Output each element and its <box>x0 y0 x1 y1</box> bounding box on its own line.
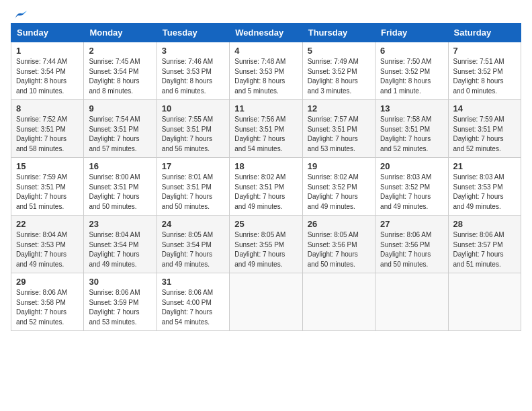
day-info: Sunrise: 7:51 AM Sunset: 3:52 PM Dayligh… <box>453 57 516 96</box>
day-number: 21 <box>453 161 516 171</box>
calendar-cell: 21Sunrise: 8:03 AM Sunset: 3:53 PM Dayli… <box>448 158 521 216</box>
week-row-3: 15Sunrise: 7:59 AM Sunset: 3:51 PM Dayli… <box>11 158 521 216</box>
day-number: 22 <box>16 219 79 229</box>
day-number: 11 <box>234 103 297 113</box>
day-number: 18 <box>234 161 297 171</box>
day-info: Sunrise: 7:46 AM Sunset: 3:53 PM Dayligh… <box>162 57 224 96</box>
calendar-cell: 15Sunrise: 7:59 AM Sunset: 3:51 PM Dayli… <box>11 158 84 216</box>
column-header-tuesday: Tuesday <box>157 24 229 42</box>
day-number: 5 <box>308 46 370 56</box>
day-info: Sunrise: 7:44 AM Sunset: 3:54 PM Dayligh… <box>16 57 79 96</box>
day-info: Sunrise: 8:01 AM Sunset: 3:51 PM Dayligh… <box>162 173 224 212</box>
day-info: Sunrise: 8:03 AM Sunset: 3:53 PM Dayligh… <box>453 173 516 212</box>
logo <box>11 11 27 19</box>
day-info: Sunrise: 7:57 AM Sunset: 3:51 PM Dayligh… <box>308 115 370 154</box>
day-info: Sunrise: 7:45 AM Sunset: 3:54 PM Dayligh… <box>89 57 151 96</box>
calendar-cell: 4Sunrise: 7:48 AM Sunset: 3:53 PM Daylig… <box>230 42 302 100</box>
calendar-cell: 14Sunrise: 7:59 AM Sunset: 3:51 PM Dayli… <box>448 100 521 158</box>
calendar-cell: 18Sunrise: 8:02 AM Sunset: 3:51 PM Dayli… <box>230 158 302 216</box>
logo-bird-icon <box>12 11 27 21</box>
day-info: Sunrise: 7:54 AM Sunset: 3:51 PM Dayligh… <box>89 115 151 154</box>
calendar-cell: 11Sunrise: 7:56 AM Sunset: 3:51 PM Dayli… <box>230 100 302 158</box>
day-number: 10 <box>162 103 224 113</box>
calendar-cell: 8Sunrise: 7:52 AM Sunset: 3:51 PM Daylig… <box>11 100 84 158</box>
day-number: 13 <box>380 103 443 113</box>
column-header-sunday: Sunday <box>11 24 84 42</box>
day-number: 30 <box>89 277 151 287</box>
calendar-cell: 24Sunrise: 8:05 AM Sunset: 3:54 PM Dayli… <box>157 216 229 273</box>
day-number: 12 <box>308 103 370 113</box>
column-header-friday: Friday <box>375 24 448 42</box>
calendar-cell: 29Sunrise: 8:06 AM Sunset: 3:58 PM Dayli… <box>11 273 84 331</box>
day-info: Sunrise: 7:50 AM Sunset: 3:52 PM Dayligh… <box>380 57 443 96</box>
column-header-saturday: Saturday <box>448 24 521 42</box>
day-number: 14 <box>453 103 516 113</box>
day-info: Sunrise: 8:06 AM Sunset: 3:56 PM Dayligh… <box>380 230 443 269</box>
day-info: Sunrise: 8:02 AM Sunset: 3:52 PM Dayligh… <box>308 173 370 212</box>
calendar-cell: 3Sunrise: 7:46 AM Sunset: 3:53 PM Daylig… <box>157 42 229 100</box>
calendar-cell <box>230 273 302 331</box>
day-number: 1 <box>16 46 79 56</box>
calendar-table: SundayMondayTuesdayWednesdayThursdayFrid… <box>11 23 521 331</box>
calendar-cell: 22Sunrise: 8:04 AM Sunset: 3:53 PM Dayli… <box>11 216 84 273</box>
day-number: 27 <box>380 219 443 229</box>
day-info: Sunrise: 7:48 AM Sunset: 3:53 PM Dayligh… <box>234 57 297 96</box>
day-number: 25 <box>234 219 297 229</box>
calendar-cell <box>448 273 521 331</box>
calendar-cell: 31Sunrise: 8:06 AM Sunset: 4:00 PM Dayli… <box>157 273 229 331</box>
day-info: Sunrise: 8:05 AM Sunset: 3:54 PM Dayligh… <box>162 230 224 269</box>
calendar-cell: 27Sunrise: 8:06 AM Sunset: 3:56 PM Dayli… <box>375 216 448 273</box>
day-info: Sunrise: 7:59 AM Sunset: 3:51 PM Dayligh… <box>453 115 516 154</box>
day-number: 3 <box>162 46 224 56</box>
day-number: 9 <box>89 103 151 113</box>
calendar-cell: 26Sunrise: 8:05 AM Sunset: 3:56 PM Dayli… <box>302 216 375 273</box>
day-number: 8 <box>16 103 79 113</box>
calendar-body: 1Sunrise: 7:44 AM Sunset: 3:54 PM Daylig… <box>11 42 521 331</box>
calendar-cell <box>302 273 375 331</box>
column-header-monday: Monday <box>84 24 157 42</box>
day-number: 2 <box>89 46 151 56</box>
calendar-cell: 13Sunrise: 7:58 AM Sunset: 3:51 PM Dayli… <box>375 100 448 158</box>
day-info: Sunrise: 7:55 AM Sunset: 3:51 PM Dayligh… <box>162 115 224 154</box>
day-number: 6 <box>380 46 443 56</box>
day-info: Sunrise: 8:05 AM Sunset: 3:56 PM Dayligh… <box>308 230 370 269</box>
week-row-1: 1Sunrise: 7:44 AM Sunset: 3:54 PM Daylig… <box>11 42 521 100</box>
day-number: 17 <box>162 161 224 171</box>
calendar-cell <box>375 273 448 331</box>
calendar-cell: 25Sunrise: 8:05 AM Sunset: 3:55 PM Dayli… <box>230 216 302 273</box>
week-row-4: 22Sunrise: 8:04 AM Sunset: 3:53 PM Dayli… <box>11 216 521 273</box>
day-info: Sunrise: 8:00 AM Sunset: 3:51 PM Dayligh… <box>89 173 151 212</box>
day-number: 23 <box>89 219 151 229</box>
day-info: Sunrise: 7:52 AM Sunset: 3:51 PM Dayligh… <box>16 115 79 154</box>
calendar-cell: 6Sunrise: 7:50 AM Sunset: 3:52 PM Daylig… <box>375 42 448 100</box>
calendar-cell: 5Sunrise: 7:49 AM Sunset: 3:52 PM Daylig… <box>302 42 375 100</box>
day-number: 19 <box>308 161 370 171</box>
day-info: Sunrise: 8:03 AM Sunset: 3:52 PM Dayligh… <box>380 173 443 212</box>
column-header-thursday: Thursday <box>302 24 375 42</box>
calendar-header-row: SundayMondayTuesdayWednesdayThursdayFrid… <box>11 24 521 42</box>
calendar-cell: 10Sunrise: 7:55 AM Sunset: 3:51 PM Dayli… <box>157 100 229 158</box>
calendar-cell: 19Sunrise: 8:02 AM Sunset: 3:52 PM Dayli… <box>302 158 375 216</box>
day-number: 31 <box>162 277 224 287</box>
calendar-cell: 28Sunrise: 8:06 AM Sunset: 3:57 PM Dayli… <box>448 216 521 273</box>
calendar-cell: 20Sunrise: 8:03 AM Sunset: 3:52 PM Dayli… <box>375 158 448 216</box>
day-info: Sunrise: 8:04 AM Sunset: 3:54 PM Dayligh… <box>89 230 151 269</box>
calendar-cell: 17Sunrise: 8:01 AM Sunset: 3:51 PM Dayli… <box>157 158 229 216</box>
day-info: Sunrise: 8:06 AM Sunset: 3:57 PM Dayligh… <box>453 230 516 269</box>
day-info: Sunrise: 8:02 AM Sunset: 3:51 PM Dayligh… <box>234 173 297 212</box>
day-info: Sunrise: 7:56 AM Sunset: 3:51 PM Dayligh… <box>234 115 297 154</box>
calendar-cell: 1Sunrise: 7:44 AM Sunset: 3:54 PM Daylig… <box>11 42 84 100</box>
calendar-cell: 2Sunrise: 7:45 AM Sunset: 3:54 PM Daylig… <box>84 42 157 100</box>
day-info: Sunrise: 7:49 AM Sunset: 3:52 PM Dayligh… <box>308 57 370 96</box>
calendar-cell: 16Sunrise: 8:00 AM Sunset: 3:51 PM Dayli… <box>84 158 157 216</box>
calendar-cell: 9Sunrise: 7:54 AM Sunset: 3:51 PM Daylig… <box>84 100 157 158</box>
day-info: Sunrise: 7:59 AM Sunset: 3:51 PM Dayligh… <box>16 173 79 212</box>
column-header-wednesday: Wednesday <box>230 24 302 42</box>
day-number: 4 <box>234 46 297 56</box>
calendar-cell: 30Sunrise: 8:06 AM Sunset: 3:59 PM Dayli… <box>84 273 157 331</box>
day-info: Sunrise: 7:58 AM Sunset: 3:51 PM Dayligh… <box>380 115 443 154</box>
page-header <box>11 11 521 19</box>
day-number: 15 <box>16 161 79 171</box>
day-number: 28 <box>453 219 516 229</box>
day-number: 16 <box>89 161 151 171</box>
